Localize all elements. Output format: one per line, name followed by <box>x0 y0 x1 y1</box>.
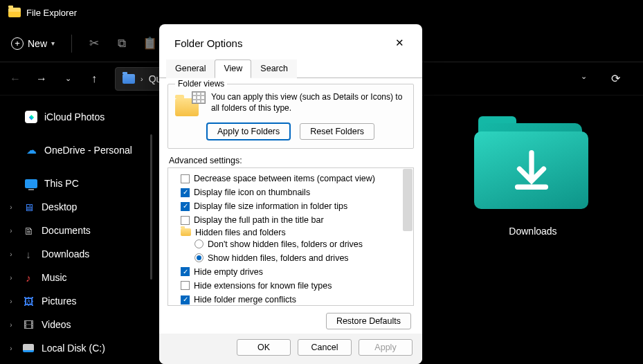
chevron-down-icon: ▾ <box>51 39 55 47</box>
sidebar-item-thispc[interactable]: This PC <box>0 172 152 195</box>
icloud-icon: ◆ <box>25 111 37 123</box>
checkbox[interactable]: ✓ <box>181 295 190 304</box>
app-title: File Explorer <box>26 8 77 18</box>
chevron-right-icon[interactable]: › <box>7 298 15 305</box>
option-show-hidden[interactable]: Show hidden files, folders and drives <box>174 251 410 265</box>
dialog-title: Folder Options <box>174 37 242 49</box>
recent-dropdown[interactable]: ⌄ <box>58 74 78 83</box>
pictures-icon: 🖼 <box>22 295 35 307</box>
option-compact-view[interactable]: Decrease space between items (compact vi… <box>174 172 410 185</box>
sidebar-item-label: Desktop <box>42 201 77 212</box>
checkbox[interactable] <box>181 281 190 290</box>
list-scrollbar[interactable] <box>403 169 413 231</box>
forward-button[interactable]: → <box>32 73 51 85</box>
app-icon <box>8 8 21 17</box>
option-hide-empty-drives[interactable]: ✓Hide empty drives <box>174 265 410 279</box>
chevron-right-icon[interactable]: › <box>7 274 15 282</box>
chevron-right-icon: › <box>141 75 143 83</box>
advanced-settings-label: Advanced settings: <box>169 156 414 165</box>
radio[interactable] <box>194 253 203 262</box>
chevron-right-icon[interactable]: › <box>7 345 15 352</box>
reset-folders-button[interactable]: Reset Folders <box>300 123 374 140</box>
sidebar-item-downloads[interactable]: › ↓ Downloads <box>0 242 152 266</box>
checkbox[interactable] <box>181 216 190 225</box>
new-button[interactable]: + New ▾ <box>4 33 62 54</box>
sidebar-item-label: Downloads <box>42 248 89 260</box>
radio[interactable] <box>194 239 203 248</box>
chevron-right-icon[interactable]: › <box>7 251 15 258</box>
downloads-icon: ↓ <box>22 248 35 260</box>
paste-icon[interactable]: 📋 <box>137 31 162 56</box>
new-button-label: New <box>28 38 47 49</box>
tile-label: Downloads <box>509 226 556 237</box>
option-dont-show-hidden[interactable]: Don't show hidden files, folders or driv… <box>174 237 410 251</box>
download-arrow-icon <box>507 145 556 196</box>
folder-views-legend: Folder views <box>175 79 227 89</box>
folder-icon <box>181 228 191 236</box>
sidebar-item-pictures[interactable]: › 🖼 Pictures <box>0 289 152 313</box>
restore-defaults-button[interactable]: Restore Defaults <box>326 313 411 329</box>
titlebar: File Explorer <box>0 0 643 25</box>
sidebar-item-localdisk[interactable]: › Local Disk (C:) <box>0 336 152 360</box>
cut-icon[interactable]: ✂ <box>82 31 107 56</box>
sidebar-item-label: OneDrive - Personal <box>44 145 132 156</box>
chevron-right-icon[interactable]: › <box>7 321 15 329</box>
option-file-size-tips[interactable]: ✓Display file size information in folder… <box>174 199 410 213</box>
sidebar-item-dvd[interactable]: › DVD Drive (D:) CCCOMA_X64FR <box>0 360 152 364</box>
option-hide-merge-conflicts[interactable]: ✓Hide folder merge conflicts <box>174 293 410 306</box>
sidebar-item-icloud[interactable]: ◆ iCloud Photos <box>0 105 152 129</box>
documents-icon: 🗎 <box>22 224 35 237</box>
folder-options-dialog: Folder Options ✕ General View Search Fol… <box>159 24 422 364</box>
dialog-titlebar: Folder Options ✕ <box>159 24 422 59</box>
desktop-icon: 🖥 <box>22 201 35 213</box>
plus-icon: + <box>11 37 24 50</box>
refresh-button[interactable]: ⟳ <box>606 72 625 85</box>
checkbox[interactable]: ✓ <box>181 267 190 276</box>
sidebar-item-onedrive[interactable]: ☁ OneDrive - Personal <box>0 138 152 162</box>
checkbox[interactable]: ✓ <box>181 202 190 211</box>
folder-views-group: Folder views You can apply this view (su… <box>167 84 414 149</box>
folder-tile-downloads[interactable]: Downloads <box>464 116 602 237</box>
chevron-right-icon[interactable]: › <box>7 227 15 235</box>
ok-button[interactable]: OK <box>237 339 291 356</box>
music-icon: ♪ <box>22 271 35 284</box>
option-file-icon-thumbnails[interactable]: ✓Display file icon on thumbnails <box>174 185 410 199</box>
sidebar-item-desktop[interactable]: › 🖥 Desktop <box>0 195 152 219</box>
sidebar-item-label: Documents <box>42 225 91 236</box>
sidebar-item-label: iCloud Photos <box>44 111 105 122</box>
cancel-button[interactable]: Cancel <box>298 339 352 356</box>
checkbox[interactable] <box>181 174 190 183</box>
folder-views-desc: You can apply this view (such as Details… <box>211 89 406 116</box>
option-full-path-title[interactable]: Display the full path in the title bar <box>174 213 410 227</box>
sidebar: ◆ iCloud Photos ☁ OneDrive - Personal Th… <box>0 95 152 364</box>
checkbox[interactable]: ✓ <box>181 188 190 197</box>
back-button[interactable]: ← <box>6 73 25 85</box>
tab-view-panel: Folder views You can apply this view (su… <box>159 78 422 334</box>
separator <box>71 35 72 53</box>
sidebar-item-music[interactable]: › ♪ Music <box>0 266 152 289</box>
sidebar-item-videos[interactable]: › 🎞 Videos <box>0 313 152 336</box>
onedrive-icon: ☁ <box>25 144 37 156</box>
copy-icon[interactable]: ⧉ <box>109 31 134 56</box>
folder-icon <box>474 116 592 213</box>
apply-button[interactable]: Apply <box>359 339 413 356</box>
close-button[interactable]: ✕ <box>390 34 410 52</box>
tab-view[interactable]: View <box>215 60 251 78</box>
sidebar-item-label: Music <box>42 272 67 283</box>
sidebar-item-label: Pictures <box>42 295 77 307</box>
tab-general[interactable]: General <box>166 60 215 78</box>
apply-to-folders-button[interactable]: Apply to Folders <box>207 123 290 140</box>
chevron-right-icon[interactable]: › <box>7 203 15 211</box>
up-button[interactable]: ↑ <box>84 73 104 85</box>
option-group-hidden-files[interactable]: Hidden files and folders <box>174 228 410 237</box>
folder-views-icon <box>175 93 204 116</box>
advanced-settings-list[interactable]: Decrease space between items (compact vi… <box>167 167 414 306</box>
sidebar-item-label: Videos <box>42 319 71 330</box>
sidebar-item-label: Local Disk (C:) <box>42 343 105 354</box>
videos-icon: 🎞 <box>22 318 35 331</box>
thispc-icon <box>25 177 37 190</box>
tab-search[interactable]: Search <box>251 60 297 78</box>
option-hide-extensions[interactable]: Hide extensions for known file types <box>174 279 410 293</box>
sidebar-item-documents[interactable]: › 🗎 Documents <box>0 219 152 242</box>
address-dropdown[interactable]: ⌄ <box>574 72 593 85</box>
